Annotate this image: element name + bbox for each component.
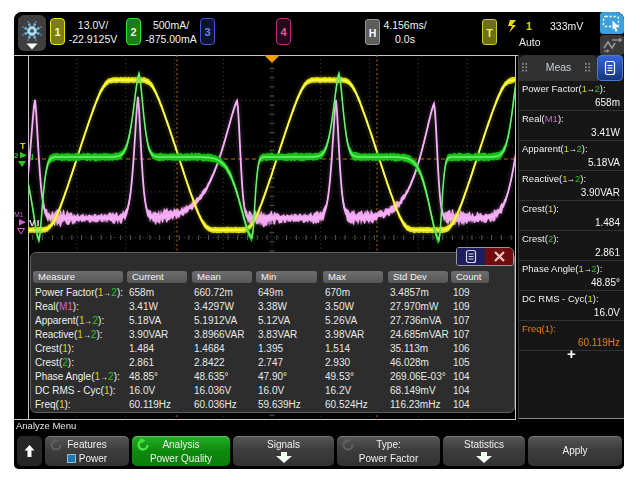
measurement-item[interactable]: Power Factor(1→2):658m [519, 81, 624, 111]
table-cell: 658m [129, 286, 154, 300]
table-column-header: Std Dev [388, 271, 448, 283]
trigger-source: 1 [526, 20, 532, 32]
table-cell: 1.4684 [194, 342, 225, 356]
table-cell: 105 [453, 356, 470, 370]
measurement-value: 16.0V [594, 307, 620, 318]
waveform-drag-button[interactable] [600, 35, 624, 55]
dropdown-arrow-icon [27, 44, 38, 50]
table-cell: 16.036V [194, 384, 231, 398]
measurement-label: Crest(1): [522, 203, 559, 214]
softkey-features[interactable]: Features Power [45, 436, 129, 466]
table-cell: 2.747 [258, 356, 283, 370]
table-cell: 5.26VA [325, 314, 357, 328]
table-cell: 3.90VAR [129, 328, 168, 342]
measurement-item[interactable]: Crest(1):1.484 [519, 201, 624, 231]
measurement-label: Reactive(1→2): [522, 173, 586, 184]
svg-text:VI: VI [29, 217, 41, 228]
meas-sidebar-header[interactable]: Meas [519, 55, 598, 81]
table-row: Apparent(1→2):5.18VA5.1912VA5.12VA5.26VA… [31, 314, 514, 328]
waveform-drag-icon [600, 35, 624, 55]
measurement-item[interactable]: Reactive(1→2):3.90VAR [519, 171, 624, 201]
table-cell: 2.861 [129, 356, 154, 370]
horizontal-settings[interactable]: 4.156ms/ 0.0s [382, 18, 428, 46]
measurement-label: Real(M1): [522, 113, 564, 124]
svg-text:M1: M1 [14, 211, 24, 218]
measurement-value: 5.18VA [588, 157, 620, 168]
table-cell: 3.38W [258, 300, 287, 314]
measurement-item[interactable]: Apparent(1→2):5.18VA [519, 141, 624, 171]
table-cell: 2.930 [325, 356, 350, 370]
table-cell: 35.113m [390, 342, 428, 356]
cycle-icon [49, 438, 63, 452]
channel-4-button[interactable]: 4 [276, 18, 291, 45]
table-cell: 3.41W [129, 300, 158, 314]
close-icon [493, 250, 506, 263]
table-cell: 5.1912VA [194, 314, 237, 328]
table-cell: 24.685mVAR [390, 328, 449, 342]
sidebar-title: Meas [519, 55, 598, 79]
channel-3-button[interactable]: 3 [200, 18, 215, 45]
softkey-signals[interactable]: Signals [233, 436, 334, 466]
table-cell: 3.4857m [390, 286, 429, 300]
table-cell: 3.4297W [194, 300, 234, 314]
table-row-label: Power Factor(1→2): [35, 286, 123, 300]
table-row-label: Phase Angle(1→2): [35, 370, 120, 384]
measurement-item[interactable]: Phase Angle(1→2):48.85° [519, 261, 624, 291]
softkey-type-value: Power Factor [337, 452, 440, 465]
channel-2-button[interactable]: 2 [126, 18, 141, 45]
channel-2-settings[interactable]: 500mA/ -875.00mA [142, 18, 200, 46]
table-cell: 1.484 [129, 342, 154, 356]
measurement-label: Phase Angle(1→2): [522, 263, 602, 274]
softkey-statistics[interactable]: Statistics [443, 436, 525, 466]
softkey-apply[interactable]: Apply [528, 436, 622, 466]
measurement-label: Freq(1): [522, 323, 556, 334]
table-column-header: Count [451, 271, 489, 283]
trigger-edge-icon [506, 19, 520, 34]
measurement-item[interactable]: Crest(2):2.861 [519, 231, 624, 261]
svg-text:I: I [31, 151, 34, 162]
trigger-button[interactable]: T [482, 19, 497, 45]
menu-up-button[interactable] [17, 436, 42, 466]
table-cell: 109 [453, 300, 470, 314]
softkey-features-value: Power [79, 452, 107, 465]
channel-1-button[interactable]: 1 [50, 18, 65, 45]
softkey-analysis[interactable]: Analysis Power Quality [132, 436, 230, 466]
table-cell: 109 [453, 286, 470, 300]
power-app-icon [67, 454, 76, 463]
list-icon [464, 249, 478, 264]
table-menu-button[interactable] [457, 248, 485, 265]
horizontal-button[interactable]: H [365, 19, 380, 45]
channel-1-settings[interactable]: 13.0V/ -22.9125V [68, 18, 118, 46]
rect-select-button[interactable] [600, 12, 624, 34]
table-cell: 116.23mHz [390, 398, 440, 412]
main-menu-button[interactable] [18, 15, 46, 51]
add-measurement-button[interactable]: + [519, 345, 624, 362]
measurement-label: DC RMS - Cyc(1): [522, 293, 599, 304]
table-column-header: Measure [33, 271, 123, 283]
spark-logo-icon [18, 15, 46, 51]
table-cell: 46.028m [390, 356, 429, 370]
svg-text:T: T [20, 141, 26, 151]
table-cell: 107 [453, 314, 470, 328]
measurement-label: Crest(2): [522, 233, 559, 244]
measurement-label: Apparent(1→2): [522, 143, 588, 154]
table-cell: 106 [453, 342, 470, 356]
table-row-label: Crest(2): [35, 356, 74, 370]
table-cell: 3.50W [325, 300, 354, 314]
table-close-button[interactable] [485, 248, 513, 265]
sidebar-menu-button[interactable] [597, 55, 623, 81]
softkey-analysis-value: Power Quality [132, 452, 230, 465]
measurement-item[interactable]: DC RMS - Cyc(1):16.0V [519, 291, 624, 321]
table-cell: 16.2V [325, 384, 351, 398]
table-cell: 1.395 [258, 342, 283, 356]
table-cell: 3.8966VAR [194, 328, 244, 342]
oscilloscope-screen: 1 13.0V/ -22.9125V 2 500mA/ -875.00mA 3 … [14, 12, 624, 469]
measurement-item[interactable]: Real(M1):3.41W [519, 111, 624, 141]
waveform-display[interactable]: T2IM1VI MeasureCurrentMeanMinMaxStd DevC… [14, 55, 624, 420]
channel-1-offset: -22.9125V [68, 32, 118, 46]
table-row-label: Reactive(1→2): [35, 328, 102, 342]
softkey-bar: Features Power Analysis Power Quality Si… [14, 434, 624, 469]
softkey-type[interactable]: Type: Power Factor [337, 436, 440, 466]
down-arrow-icon [475, 452, 493, 463]
softkey-apply-label: Apply [528, 436, 622, 466]
